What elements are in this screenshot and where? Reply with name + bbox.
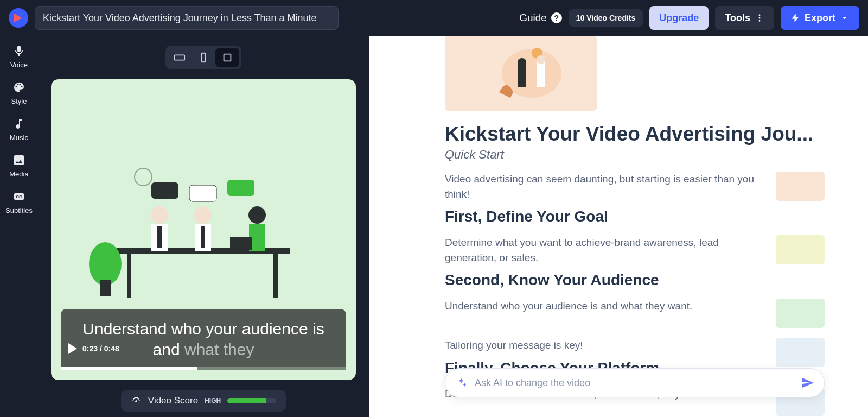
svg-point-12 — [89, 242, 122, 286]
palette-icon — [12, 81, 25, 94]
guide-label: Guide — [519, 12, 547, 24]
landscape-icon — [174, 52, 186, 64]
section-heading: Second, Know Your Audience — [445, 271, 763, 289]
section-heading: First, Define Your Goal — [445, 208, 763, 225]
gauge-icon — [131, 395, 142, 406]
topbar: Guide ? 10 Video Credits Upgrade Tools E… — [0, 0, 868, 36]
send-icon[interactable] — [801, 376, 814, 389]
app-logo — [9, 8, 28, 28]
svg-rect-31 — [537, 62, 545, 87]
video-preview[interactable]: Understand who your audience is and what… — [51, 79, 356, 380]
svg-rect-29 — [518, 65, 526, 87]
svg-point-1 — [758, 17, 760, 19]
ai-prompt-bar — [445, 368, 825, 397]
hero-thumbnail[interactable] — [445, 36, 597, 111]
music-icon — [12, 117, 25, 130]
tools-button[interactable]: Tools — [715, 6, 774, 30]
content-section[interactable]: Video advertising can seem daunting, but… — [445, 172, 825, 225]
sidebar-item-label: Voice — [10, 61, 28, 69]
svg-rect-6 — [201, 53, 205, 62]
section-thumbnail[interactable] — [776, 172, 825, 201]
content-section[interactable]: Determine what you want to achieve-brand… — [445, 235, 825, 289]
content-pane: Kickstart Your Video Advertising Jou... … — [369, 36, 868, 417]
section-body: Understand who your audience is and what… — [445, 299, 763, 314]
svg-point-17 — [194, 206, 212, 224]
svg-rect-19 — [201, 226, 205, 248]
play-button[interactable] — [68, 343, 77, 354]
svg-rect-13 — [100, 280, 111, 296]
credits-chip[interactable]: 10 Video Credits — [569, 9, 643, 27]
more-vertical-icon — [755, 13, 764, 23]
svg-rect-7 — [224, 54, 231, 61]
bolt-icon — [790, 13, 800, 23]
portrait-icon — [197, 52, 209, 64]
svg-text:CC: CC — [16, 194, 22, 199]
score-label: Video Score — [148, 395, 198, 406]
svg-point-32 — [537, 55, 545, 64]
export-label: Export — [805, 12, 835, 24]
chevron-down-icon — [840, 13, 850, 23]
svg-rect-25 — [227, 180, 254, 196]
section-thumbnail[interactable] — [776, 235, 825, 264]
svg-point-30 — [518, 58, 526, 67]
content-section[interactable]: Understand who your audience is and what… — [445, 299, 825, 328]
preview-illustration — [78, 155, 328, 318]
image-icon — [12, 154, 25, 167]
sidebar-item-label: Style — [11, 97, 27, 105]
svg-point-0 — [758, 14, 760, 16]
ai-prompt-input[interactable] — [475, 377, 794, 389]
svg-rect-23 — [151, 182, 178, 199]
aspect-landscape-button[interactable] — [168, 48, 192, 67]
svg-point-14 — [151, 206, 168, 224]
content-title: Kickstart Your Video Advertising Jou... — [445, 123, 825, 146]
export-button[interactable]: Export — [781, 6, 859, 30]
svg-rect-24 — [189, 185, 216, 201]
sidebar-item-media[interactable]: Media — [9, 154, 28, 178]
section-body: Video advertising can seem daunting, but… — [445, 172, 763, 201]
video-score-chip[interactable]: Video Score HIGH — [121, 390, 286, 412]
project-title-input[interactable] — [35, 6, 339, 30]
score-bar — [227, 398, 276, 403]
svg-rect-16 — [157, 226, 162, 248]
section-body: Tailoring your message is key! — [445, 338, 763, 353]
aspect-square-button[interactable] — [215, 48, 239, 67]
sidebar-item-label: Media — [9, 170, 28, 178]
svg-point-2 — [758, 20, 760, 22]
upgrade-button[interactable]: Upgrade — [649, 6, 709, 30]
svg-rect-11 — [273, 254, 278, 298]
help-icon: ? — [551, 12, 562, 23]
sidebar-item-subtitles[interactable]: CC Subtitles — [5, 190, 33, 214]
sidebar-item-music[interactable]: Music — [10, 117, 28, 142]
caption-overlay: Understand who your audience is and what… — [61, 309, 346, 370]
guide-button[interactable]: Guide ? — [519, 12, 562, 24]
cc-icon: CC — [12, 190, 25, 203]
section-thumbnail[interactable] — [776, 338, 825, 367]
hero-illustration-icon — [467, 43, 575, 103]
time-display: 0:23 / 0:48 — [82, 344, 119, 353]
sidebar-item-label: Subtitles — [5, 206, 33, 214]
mic-icon — [12, 45, 25, 58]
content-subtitle: Quick Start — [445, 148, 825, 162]
progress-bar[interactable] — [61, 367, 346, 370]
sidebar-item-label: Music — [10, 134, 28, 142]
score-badge: HIGH — [205, 397, 221, 405]
tools-label: Tools — [725, 12, 750, 24]
svg-rect-5 — [175, 55, 184, 60]
section-thumbnail[interactable] — [776, 299, 825, 328]
preview-pane: Understand who your audience is and what… — [38, 36, 369, 417]
section-body: Determine what you want to achieve-brand… — [445, 235, 763, 265]
square-icon — [221, 52, 233, 64]
svg-rect-10 — [127, 254, 131, 298]
aspect-ratio-toggle — [165, 46, 241, 70]
sparkle-icon — [455, 377, 467, 389]
sidebar-item-style[interactable]: Style — [11, 81, 27, 105]
sidebar-item-voice[interactable]: Voice — [10, 45, 28, 69]
left-sidebar: Voice Style Music Media CC Subtitles — [0, 36, 38, 417]
aspect-portrait-button[interactable] — [192, 48, 215, 67]
svg-rect-22 — [230, 237, 252, 250]
svg-point-20 — [248, 206, 266, 224]
